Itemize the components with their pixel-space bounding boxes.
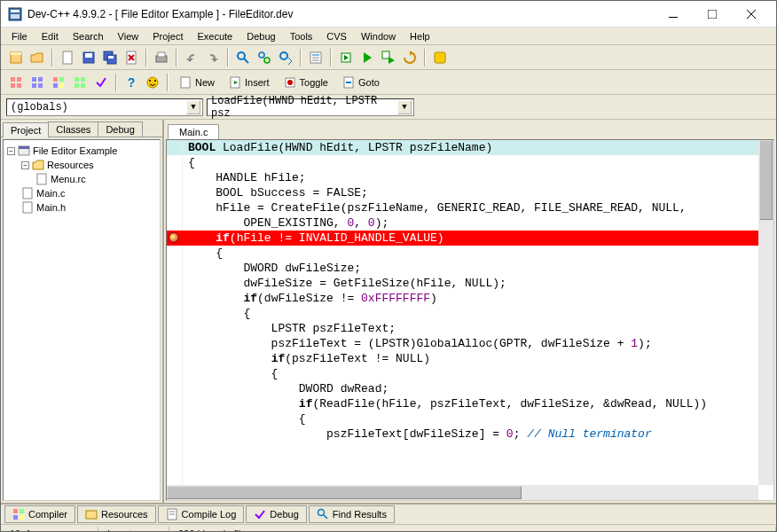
code-line[interactable]: { — [167, 366, 773, 381]
code-line[interactable]: BOOL bSuccess = FALSE; — [167, 185, 773, 200]
replace-button[interactable] — [255, 48, 274, 67]
vertical-scrollbar[interactable] — [758, 140, 773, 485]
code-editor[interactable]: BOOL LoadFile(HWND hEdit, LPSTR pszFileN… — [166, 139, 774, 501]
close-button[interactable] — [732, 2, 771, 27]
tab-debug[interactable]: Debug — [98, 121, 142, 137]
scope-value: (globals) — [11, 101, 186, 113]
menu-edit[interactable]: Edit — [35, 29, 66, 43]
new-project-button[interactable] — [6, 48, 26, 67]
tree-file[interactable]: Main.c — [21, 186, 156, 200]
menu-project[interactable]: Project — [145, 29, 190, 43]
project-tree[interactable]: − File Editor Example − Resources Menu.r… — [3, 139, 161, 501]
code-line[interactable]: pszFileText = (LPSTR)GlobalAlloc(GPTR, d… — [167, 336, 773, 351]
tree-root[interactable]: − File Editor Example — [7, 144, 156, 158]
compile-run-button[interactable] — [379, 48, 398, 67]
menu-view[interactable]: View — [111, 29, 146, 43]
undo-button[interactable] — [182, 48, 201, 67]
minimize-button[interactable] — [654, 2, 693, 27]
tab-compile-log[interactable]: Compile Log — [158, 505, 245, 523]
code-line[interactable]: hFile = CreateFile(pszFileName, GENERIC_… — [167, 200, 773, 215]
insert-button[interactable]: Insert — [223, 73, 276, 92]
horizontal-scrollbar[interactable] — [167, 485, 758, 500]
tab-compiler[interactable]: Compiler — [4, 505, 75, 523]
svg-rect-65 — [13, 515, 18, 520]
code-line-breakpoint[interactable]: if(hFile != INVALID_HANDLE_VALUE) — [167, 231, 773, 246]
code-line[interactable]: { — [167, 155, 773, 170]
compile-button[interactable] — [336, 48, 356, 67]
check-button[interactable] — [91, 73, 111, 92]
menu-cvs[interactable]: CVS — [319, 29, 354, 43]
code-line[interactable]: dwFileSize = GetFileSize(hFile, NULL); — [167, 276, 773, 291]
open-project-button[interactable] — [27, 48, 47, 67]
tab-label: Compiler — [28, 509, 67, 520]
save-button[interactable] — [79, 48, 98, 67]
svg-rect-32 — [11, 77, 15, 82]
tab-debug-bottom[interactable]: Debug — [246, 505, 306, 523]
menu-bar: File Edit Search View Project Execute De… — [1, 27, 776, 45]
code-line[interactable]: if(dwFileSize != 0xFFFFFFFF) — [167, 291, 773, 306]
menu-tools[interactable]: Tools — [283, 29, 320, 43]
find-button[interactable] — [233, 48, 253, 67]
code-line[interactable]: LPSTR pszFileText; — [167, 321, 773, 336]
about-button[interactable] — [143, 73, 162, 92]
collapse-icon[interactable]: − — [7, 147, 15, 155]
svg-point-49 — [147, 77, 158, 88]
tree-file[interactable]: Menu.rc — [35, 172, 156, 186]
svg-rect-1 — [11, 10, 20, 12]
run-button[interactable] — [357, 48, 377, 67]
new-file-button[interactable] — [58, 48, 77, 67]
dropdown-icon[interactable]: ▼ — [397, 100, 412, 114]
grid2-button[interactable] — [27, 73, 47, 92]
code-line[interactable]: HANDLE hFile; — [167, 170, 773, 185]
breakpoint-icon[interactable] — [169, 232, 179, 243]
goto-line-button[interactable] — [306, 48, 326, 67]
editor-gutter — [167, 140, 183, 500]
debug-button[interactable] — [430, 48, 450, 67]
menu-search[interactable]: Search — [66, 29, 111, 43]
close-file-button[interactable] — [122, 48, 141, 67]
save-all-button[interactable] — [100, 48, 120, 67]
code-line[interactable]: pszFileText[dwFileSize] = 0; // Null ter… — [167, 426, 773, 442]
code-line[interactable]: if(ReadFile(hFile, pszFileText, dwFileSi… — [167, 396, 773, 411]
scroll-thumb[interactable] — [759, 140, 773, 220]
menu-execute[interactable]: Execute — [190, 29, 239, 43]
tree-file[interactable]: Main.h — [21, 200, 156, 215]
grid4-button[interactable] — [70, 73, 90, 92]
scroll-thumb[interactable] — [167, 486, 522, 499]
code-line[interactable]: { — [167, 246, 773, 261]
redo-button[interactable] — [203, 48, 223, 67]
maximize-button[interactable] — [693, 2, 732, 27]
toggle-button[interactable]: Toggle — [278, 73, 334, 92]
find-next-button[interactable] — [276, 48, 295, 67]
new-source-button[interactable]: New — [173, 73, 221, 92]
menu-file[interactable]: File — [4, 29, 35, 43]
goto-button[interactable]: Goto — [336, 73, 386, 92]
code-line[interactable]: if(pszFileText != NULL) — [167, 351, 773, 366]
code-line[interactable]: { — [167, 411, 773, 426]
print-button[interactable] — [152, 48, 171, 67]
tab-classes[interactable]: Classes — [48, 121, 98, 137]
code-line[interactable]: DWORD dwFileSize; — [167, 261, 773, 276]
left-panel: Project Classes Debug − File Editor Exam… — [1, 120, 164, 503]
menu-help[interactable]: Help — [403, 29, 437, 43]
editor-tab[interactable]: Main.c — [168, 124, 219, 139]
tree-folder[interactable]: − Resources — [21, 158, 156, 172]
menu-debug[interactable]: Debug — [239, 29, 282, 43]
tab-find-results[interactable]: Find Results — [309, 505, 395, 523]
function-combo[interactable]: LoadFile(HWND hEdit, LPSTR psz ▼ — [207, 98, 414, 116]
scope-combo[interactable]: (globals) ▼ — [6, 98, 203, 116]
menu-window[interactable]: Window — [354, 29, 403, 43]
dropdown-icon[interactable]: ▼ — [186, 100, 200, 114]
code-line[interactable]: BOOL LoadFile(HWND hEdit, LPSTR pszFileN… — [167, 140, 773, 155]
rebuild-button[interactable] — [400, 48, 420, 67]
help-button[interactable]: ? — [122, 73, 141, 92]
grid1-button[interactable] — [6, 73, 26, 92]
tab-project[interactable]: Project — [3, 122, 49, 137]
tab-resources[interactable]: Resources — [77, 505, 156, 523]
code-line[interactable]: DWORD dwRead; — [167, 381, 773, 396]
code-line[interactable]: { — [167, 306, 773, 321]
svg-rect-43 — [59, 83, 64, 88]
code-line[interactable]: OPEN_EXISTING, 0, 0); — [167, 215, 773, 231]
grid3-button[interactable] — [49, 73, 68, 92]
collapse-icon[interactable]: − — [21, 161, 29, 169]
